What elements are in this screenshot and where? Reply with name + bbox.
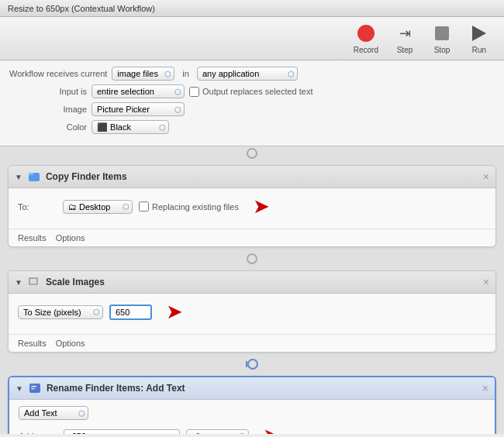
scale-images-close[interactable]: × — [483, 277, 489, 287]
run-label: Run — [472, 46, 486, 54]
image-row: Image Picture Picker ⬡ — [9, 102, 495, 116]
copy-finder-title: Copy Finder Items — [46, 171, 478, 182]
app-select[interactable]: any application — [197, 67, 298, 81]
input-type-wrapper: image files ⬡ — [112, 67, 174, 81]
title-text: Resize to 650px (Contextual Workflow) — [8, 4, 155, 13]
title-bar: Resize to 650px (Contextual Workflow) — [0, 0, 504, 17]
rename-finder-icon — [28, 381, 42, 395]
connector-circle-3 — [247, 359, 258, 370]
connector-3 — [0, 357, 504, 371]
scale-images-options-tab[interactable]: Options — [56, 339, 85, 348]
output-replaces-label[interactable]: Output replaces selected text — [189, 87, 312, 97]
step-label: Step — [397, 46, 413, 54]
output-replaces-checkbox[interactable] — [189, 87, 199, 97]
connector-2 — [0, 252, 504, 266]
rename-add-input[interactable] — [64, 429, 180, 435]
stop-label: Stop — [434, 46, 450, 54]
image-select[interactable]: Picture Picker — [91, 102, 185, 116]
size-type-select[interactable]: To Size (pixels) — [18, 305, 103, 319]
size-value-input[interactable] — [109, 305, 152, 320]
scale-images-icon — [27, 275, 41, 289]
scale-images-tabs: Results Options — [9, 334, 495, 352]
copy-finder-tabs: Results Options — [9, 229, 495, 246]
app-wrapper: any application ⬡ — [197, 67, 298, 81]
scale-images-toggle[interactable]: ▼ — [15, 278, 22, 287]
scale-images-title: Scale Images — [46, 277, 478, 287]
workflow-config: Workflow receives current image files ⬡ … — [0, 60, 504, 146]
copy-finder-body: To: 🗂 Desktop ⬡ Replacing existing files… — [9, 188, 495, 229]
step-button[interactable]: ⇥ Step — [389, 19, 420, 57]
run-icon-area — [468, 22, 490, 44]
connector-circle-1 — [247, 148, 257, 159]
scale-images-arrow: ➤ — [166, 300, 183, 324]
copy-finder-results-tab[interactable]: Results — [18, 233, 47, 243]
color-row: Color ⬛ Black ⬡ — [9, 120, 495, 134]
copy-finder-to-label: To: — [18, 202, 57, 212]
add-text-wrapper: Add Text ⬡ — [19, 406, 88, 420]
after-name-select[interactable]: after name — [186, 429, 249, 435]
input-is-label: Input is — [9, 87, 87, 96]
receives-label: Workflow receives current — [9, 69, 107, 78]
replacing-label[interactable]: Replacing existing files — [139, 201, 239, 212]
after-name-wrapper: after name ⬡ — [186, 429, 249, 435]
destination-select[interactable]: 🗂 Desktop — [63, 200, 133, 214]
stop-icon — [435, 26, 449, 40]
toolbar: Record ⇥ Step Stop Run — [0, 17, 504, 60]
scale-images-results-tab[interactable]: Results — [18, 339, 47, 348]
replacing-text: Replacing existing files — [152, 202, 239, 212]
copy-finder-toggle[interactable]: ▼ — [15, 173, 22, 181]
rename-add-row: Add: after name ⬡ ➤ — [19, 424, 485, 434]
rename-finder-title: Rename Finder Items: Add Text — [47, 383, 478, 394]
rename-finder-close[interactable]: × — [482, 383, 488, 394]
rename-add-label: Add: — [19, 432, 57, 435]
input-is-row: Input is entire selection ⬡ Output repla… — [9, 84, 495, 98]
in-label: in — [182, 69, 189, 78]
input-is-wrapper: entire selection ⬡ — [91, 84, 185, 98]
rename-finder-card: ▼ Rename Finder Items: Add Text × Add Te… — [8, 376, 496, 434]
connector-circle-2 — [247, 253, 257, 264]
image-wrapper: Picture Picker ⬡ — [91, 102, 185, 116]
step-icon-area: ⇥ — [394, 22, 416, 44]
copy-finder-header: ▼ Copy Finder Items × — [9, 166, 495, 188]
record-button[interactable]: Record — [349, 19, 383, 57]
run-button[interactable]: Run — [464, 19, 495, 57]
step-icon: ⇥ — [396, 25, 413, 42]
record-icon-area — [355, 22, 377, 44]
stop-icon-area — [431, 22, 453, 44]
copy-finder-card: ▼ Copy Finder Items × To: 🗂 Desktop ⬡ — [8, 165, 496, 247]
svg-rect-4 — [29, 384, 40, 393]
rename-add-text-row: Add Text ⬡ — [19, 406, 485, 420]
copy-finder-options-tab[interactable]: Options — [56, 233, 85, 243]
scale-images-body: To Size (pixels) ⬡ ➤ — [9, 294, 495, 334]
receives-row: Workflow receives current image files ⬡ … — [9, 67, 495, 81]
copy-finder-icon — [27, 170, 41, 184]
scale-images-card: ▼ Scale Images × To Size (pixels) ⬡ — [8, 270, 496, 353]
image-label: Image — [9, 105, 87, 114]
scale-images-row: To Size (pixels) ⬡ ➤ — [18, 300, 486, 324]
color-select[interactable]: ⬛ Black — [91, 120, 169, 134]
rename-finder-arrow: ➤ — [263, 424, 280, 434]
color-wrapper: ⬛ Black ⬡ — [91, 120, 169, 134]
connector-1 — [0, 146, 504, 160]
svg-rect-5 — [31, 386, 36, 387]
add-text-select[interactable]: Add Text — [19, 406, 88, 420]
svg-rect-1 — [29, 173, 33, 175]
output-replaces-text: Output replaces selected text — [202, 87, 312, 96]
copy-finder-arrow: ➤ — [253, 194, 270, 218]
record-label: Record — [354, 46, 378, 54]
rename-finder-toggle[interactable]: ▼ — [16, 384, 23, 393]
input-is-select[interactable]: entire selection — [91, 84, 185, 98]
run-icon — [472, 26, 486, 41]
cards-area: ▼ Copy Finder Items × To: 🗂 Desktop ⬡ — [0, 146, 504, 434]
color-label: Color — [9, 122, 87, 132]
stop-button[interactable]: Stop — [426, 19, 457, 57]
copy-finder-close[interactable]: × — [483, 171, 489, 182]
svg-rect-3 — [30, 279, 36, 284]
rename-finder-body: Add Text ⬡ Add: after name ⬡ ➤ Example — [9, 400, 495, 434]
replacing-checkbox[interactable] — [139, 201, 149, 212]
input-type-select[interactable]: image files — [112, 67, 174, 81]
record-icon — [357, 25, 375, 42]
scale-images-header: ▼ Scale Images × — [9, 271, 495, 294]
size-type-wrapper: To Size (pixels) ⬡ — [18, 305, 103, 319]
destination-wrapper: 🗂 Desktop ⬡ — [63, 200, 133, 214]
